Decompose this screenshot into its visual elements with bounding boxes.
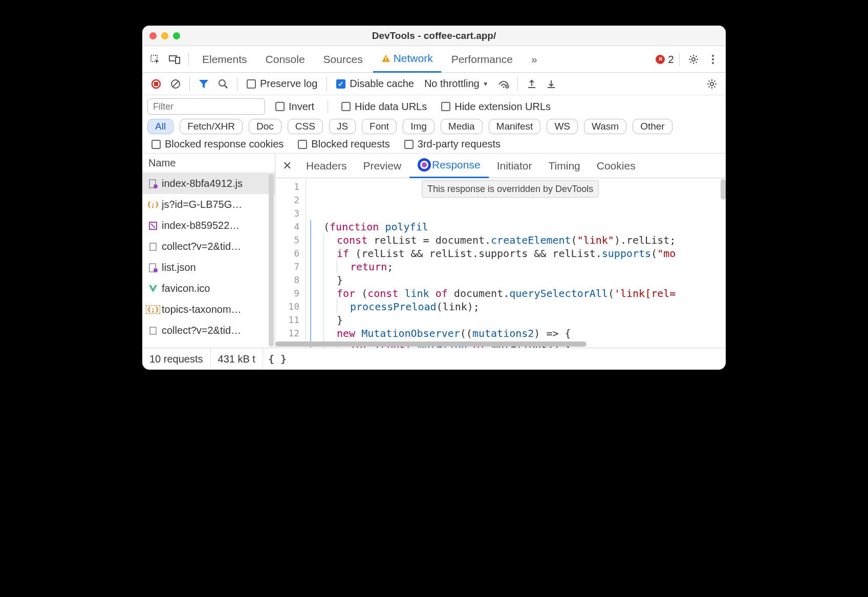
panel-tab-performance[interactable]: Performance	[443, 46, 521, 73]
status-transferred: 431 kB t	[211, 348, 263, 370]
request-row[interactable]: collect?v=2&tid…	[142, 320, 275, 341]
type-pill-css[interactable]: CSS	[288, 119, 323, 134]
window-title: DevTools - coffee-cart.app/	[142, 30, 726, 41]
svg-rect-4	[385, 60, 386, 61]
blocked-requests-checkbox[interactable]: Blocked requests	[294, 138, 394, 150]
detail-tab-cookies[interactable]: Cookies	[589, 154, 644, 178]
code-line: new MutationObserver((mutations2) => {	[310, 327, 722, 340]
traffic-lights	[149, 32, 180, 39]
request-list[interactable]: index-8bfa4912.js{;}js?id=G-LB75G…index-…	[142, 173, 275, 348]
close-detail-icon[interactable]: ✕	[278, 157, 296, 175]
type-pill-js[interactable]: JS	[329, 119, 356, 134]
code-line: }	[310, 273, 722, 287]
search-icon[interactable]	[214, 75, 232, 93]
type-pill-wasm[interactable]: Wasm	[584, 119, 626, 134]
disable-cache-checkbox[interactable]: Disable cache	[332, 78, 418, 90]
list-header-name[interactable]: Name	[142, 154, 275, 173]
network-settings-icon[interactable]	[703, 75, 721, 93]
request-row[interactable]: list.json	[142, 257, 275, 278]
panel-tab-elements[interactable]: Elements	[194, 46, 255, 73]
code-line: return;	[310, 260, 722, 273]
preserve-log-checkbox[interactable]: Preserve log	[243, 78, 321, 90]
svg-point-13	[219, 80, 225, 86]
error-count-badge[interactable]: 2	[656, 53, 674, 66]
request-name: index-b859522…	[162, 220, 240, 231]
hide-data-urls-checkbox[interactable]: Hide data URLs	[337, 101, 431, 113]
doc-icon	[148, 326, 158, 335]
close-window-button[interactable]	[149, 32, 157, 39]
response-code[interactable]: 123456789101112 (function polyfilconst r…	[275, 178, 726, 348]
network-toolbar: Preserve log Disable cache No throttling…	[142, 73, 726, 95]
export-har-icon[interactable]	[523, 75, 540, 93]
network-conditions-icon[interactable]	[495, 75, 512, 93]
request-row[interactable]: index-8bfa4912.js	[142, 173, 275, 194]
more-tabs-button[interactable]: »	[523, 46, 546, 73]
code-lines[interactable]: (function polyfilconst relList = documen…	[306, 178, 726, 348]
request-detail-pane: ✕ HeadersPreviewResponseInitiatorTimingC…	[275, 154, 726, 348]
request-row[interactable]: collect?v=2&tid…	[142, 236, 275, 257]
titlebar: DevTools - coffee-cart.app/	[142, 26, 726, 46]
kebab-menu-icon[interactable]	[704, 51, 722, 68]
code-line: const relList = document.createElement("…	[310, 233, 722, 247]
panel-tab-sources[interactable]: Sources	[315, 46, 371, 73]
request-name: index-8bfa4912.js	[162, 178, 243, 189]
status-bar: 10 requests 431 kB t { }	[142, 348, 726, 370]
type-pill-doc[interactable]: Doc	[249, 119, 281, 134]
type-pill-font[interactable]: Font	[362, 119, 397, 134]
clear-icon[interactable]	[167, 75, 184, 93]
divider	[679, 53, 680, 66]
request-row[interactable]: {;}topics-taxonom…	[142, 299, 275, 320]
throttling-select[interactable]: No throttling ▼	[420, 78, 493, 90]
type-pill-fetch-xhr[interactable]: Fetch/XHR	[180, 119, 243, 134]
devtools-window: DevTools - coffee-cart.app/ ElementsCons…	[142, 26, 726, 370]
request-row[interactable]: index-b859522…	[142, 215, 275, 236]
detail-tab-preview[interactable]: Preview	[355, 154, 409, 178]
scrollbar-horizontal[interactable]	[275, 342, 720, 348]
minimize-window-button[interactable]	[161, 32, 168, 39]
zoom-window-button[interactable]	[173, 32, 180, 39]
override-indicator-icon	[418, 158, 431, 172]
filter-icon[interactable]	[195, 75, 212, 93]
settings-icon[interactable]	[685, 51, 702, 68]
panel-tab-network[interactable]: Network	[373, 46, 441, 73]
request-row[interactable]: {;}js?id=G-LB75G…	[142, 194, 275, 215]
import-har-icon[interactable]	[542, 75, 560, 93]
scrollbar-vertical[interactable]	[269, 174, 274, 347]
panel-tab-console[interactable]: Console	[257, 46, 313, 73]
svg-rect-3	[385, 57, 386, 59]
checkbox-icon	[247, 79, 256, 89]
invert-checkbox[interactable]: Invert	[271, 101, 318, 113]
code-line: processPreload(link);	[310, 300, 722, 313]
detail-tab-response[interactable]: Response	[409, 154, 489, 178]
type-pill-media[interactable]: Media	[441, 119, 483, 134]
hide-extension-urls-checkbox[interactable]: Hide extension URLs	[437, 101, 555, 113]
detail-tabs: ✕ HeadersPreviewResponseInitiatorTimingC…	[275, 154, 726, 178]
inspect-icon[interactable]	[146, 51, 164, 68]
type-pill-all[interactable]: All	[147, 119, 173, 134]
js-override-icon	[148, 179, 158, 188]
pretty-print-icon[interactable]: { }	[263, 353, 292, 365]
svg-point-8	[712, 62, 714, 64]
doc-icon	[148, 242, 158, 251]
device-toggle-icon[interactable]	[166, 51, 183, 68]
braces-orange-icon: {;}	[148, 200, 158, 209]
filter-input[interactable]	[147, 98, 265, 115]
scrollbar-vertical[interactable]	[721, 179, 726, 200]
svg-line-14	[225, 86, 227, 88]
svg-rect-26	[150, 327, 156, 334]
third-party-checkbox[interactable]: 3rd-party requests	[400, 138, 505, 150]
code-line: for (const link of document.querySelecto…	[310, 287, 722, 300]
blocked-cookies-checkbox[interactable]: Blocked response cookies	[147, 138, 288, 150]
code-line: }	[310, 313, 722, 327]
detail-tab-timing[interactable]: Timing	[540, 154, 589, 178]
code-line: (function polyfil	[310, 220, 722, 233]
request-name: collect?v=2&tid…	[162, 325, 241, 336]
record-button[interactable]	[147, 75, 165, 93]
detail-tab-headers[interactable]: Headers	[298, 154, 355, 178]
type-pill-ws[interactable]: WS	[547, 119, 578, 134]
type-pill-img[interactable]: Img	[403, 119, 435, 134]
request-row[interactable]: favicon.ico	[142, 278, 275, 299]
detail-tab-initiator[interactable]: Initiator	[489, 154, 540, 178]
type-pill-manifest[interactable]: Manifest	[489, 119, 541, 134]
type-pill-other[interactable]: Other	[633, 119, 672, 134]
